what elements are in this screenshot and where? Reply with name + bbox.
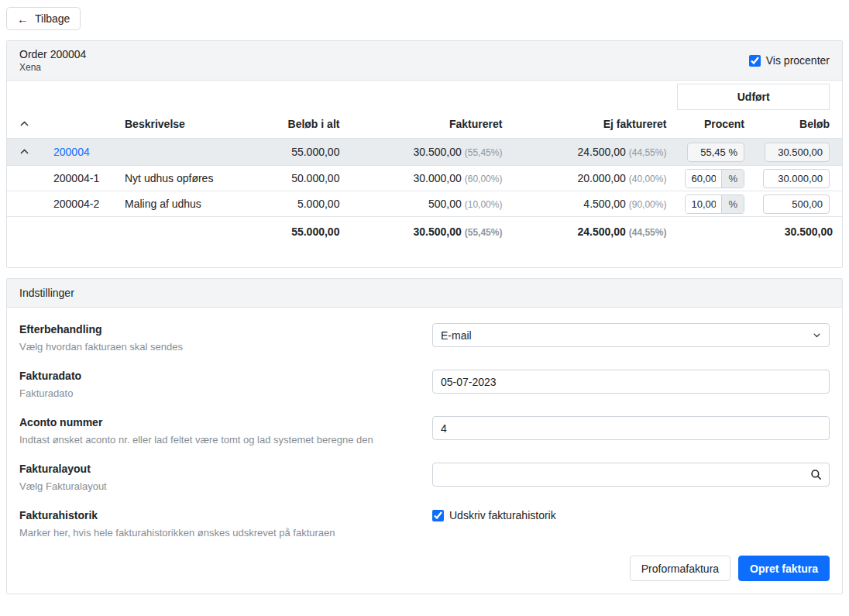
col-beskrivelse: Beskrivelse xyxy=(115,110,225,139)
order-line-row: 200004-1 Nyt udhus opføres 50.000,00 30.… xyxy=(7,166,842,191)
vis-procenter-toggle[interactable]: Vis procenter xyxy=(749,54,830,67)
order-card-header: Order 200004 Xena Vis procenter xyxy=(7,41,842,81)
line-invoiced: 500,00 xyxy=(428,198,462,210)
col-order-id xyxy=(44,110,115,139)
form-row-efterbehandling: Efterbehandling Vælg hvordan fakturaen s… xyxy=(19,323,830,353)
total-belob-i-alt: 55.000,00 xyxy=(291,225,339,238)
table-header-row: Beskrivelse Beløb i alt Faktureret Ej fa… xyxy=(7,110,842,139)
total-faktureret: 30.500,00 xyxy=(414,225,462,238)
amount-input[interactable] xyxy=(763,194,830,214)
vis-procenter-label: Vis procenter xyxy=(766,54,830,67)
group-percent-box: 55,45 % xyxy=(687,143,744,162)
fakturalayout-input[interactable] xyxy=(432,463,830,487)
vis-procenter-checkbox[interactable] xyxy=(749,55,761,67)
group-invoiced: 30.500,00 xyxy=(414,146,462,158)
col-belob-i-alt: Beløb i alt xyxy=(225,110,349,139)
chevron-down-icon xyxy=(813,329,821,342)
line-remaining-pct: (40,00%) xyxy=(629,174,667,184)
form-row-fakturahistorik: Fakturahistorik Marker her, hvis hele fa… xyxy=(19,509,830,539)
total-ej-faktureret-pct: (44,55%) xyxy=(629,227,667,238)
line-invoiced-pct: (60,00%) xyxy=(465,174,503,184)
percent-suffix: % xyxy=(721,170,744,188)
group-amount-box: 30.500,00 xyxy=(765,143,830,162)
totals-row: 55.000,00 30.500,00 (55,45%) 24.500,00 (… xyxy=(7,217,842,248)
percent-input[interactable] xyxy=(686,195,721,213)
back-button-label: Tilbage xyxy=(35,12,70,25)
efterbehandling-help: Vælg hvordan fakturaen skal sendes xyxy=(19,341,411,353)
order-group-row: 200004 55.000,00 30.500,00 (55,45%) 24.5… xyxy=(7,139,842,166)
order-card: Order 200004 Xena Vis procenter Udført xyxy=(6,40,843,268)
order-lines-table: Udført Beskrivelse Beløb i alt Fakt xyxy=(7,81,842,247)
line-total: 50.000,00 xyxy=(291,172,339,184)
group-total: 55.000,00 xyxy=(291,146,339,158)
line-remaining-pct: (90,00%) xyxy=(629,199,667,210)
percent-input-group: % xyxy=(685,169,744,188)
efterbehandling-selected-value: E-mail xyxy=(441,329,472,342)
efterbehandling-select[interactable]: E-mail xyxy=(432,323,830,347)
percent-input-group: % xyxy=(685,194,744,214)
fakturahistorik-toggle[interactable]: Udskriv fakturahistorik xyxy=(432,509,556,521)
settings-card: Indstillinger Efterbehandling Vælg hvord… xyxy=(6,278,843,594)
aconto-nummer-input[interactable] xyxy=(432,416,830,440)
order-number-link[interactable]: 200004 xyxy=(53,146,90,158)
col-ej-faktureret: Ej faktureret xyxy=(511,110,675,139)
efterbehandling-label-block: Efterbehandling Vælg hvordan fakturaen s… xyxy=(19,323,432,353)
line-invoiced: 30.000,00 xyxy=(414,172,462,184)
fakturahistorik-label: Fakturahistorik xyxy=(19,509,411,521)
fakturahistorik-help: Marker her, hvis hele fakturahistorikken… xyxy=(19,527,411,539)
total-ej-faktureret: 24.500,00 xyxy=(578,225,626,238)
order-card-titles: Order 200004 Xena xyxy=(19,48,86,73)
order-subtitle: Xena xyxy=(19,62,86,73)
fakturadato-input[interactable] xyxy=(432,370,830,394)
fakturalayout-help: Vælg Fakturalayout xyxy=(19,480,411,492)
total-belob: 30.500,00 xyxy=(785,225,833,238)
settings-title: Indstillinger xyxy=(19,287,74,299)
search-icon[interactable] xyxy=(810,469,822,480)
group-description xyxy=(115,139,225,166)
page: ← Tilbage Order 200004 Xena Vis procente… xyxy=(0,0,849,601)
percent-suffix: % xyxy=(721,195,744,213)
settings-card-header: Indstillinger xyxy=(7,279,842,308)
order-title: Order 200004 xyxy=(19,48,86,60)
aconto-label-block: Aconto nummer Indtast ønsket aconto nr. … xyxy=(19,416,432,446)
chevron-up-icon xyxy=(19,119,29,131)
col-faktureret: Faktureret xyxy=(349,110,511,139)
line-invoiced-pct: (10,00%) xyxy=(465,199,503,210)
amount-input[interactable] xyxy=(763,169,830,188)
group-invoiced-pct: (55,45%) xyxy=(465,147,503,158)
total-faktureret-pct: (55,45%) xyxy=(465,227,503,238)
fakturalayout-label: Fakturalayout xyxy=(19,463,411,475)
group-remaining: 24.500,00 xyxy=(578,146,626,158)
proformafaktura-button[interactable]: Proformafaktura xyxy=(630,556,730,581)
fakturadato-label-block: Fakturadato Fakturadato xyxy=(19,370,432,399)
line-remaining: 4.500,00 xyxy=(583,198,626,210)
fakturalayout-label-block: Fakturalayout Vælg Fakturalayout xyxy=(19,463,432,492)
group-remaining-pct: (44,55%) xyxy=(629,147,667,158)
chevron-up-icon xyxy=(19,147,29,159)
col-belob: Beløb xyxy=(754,110,842,139)
line-total: 5.000,00 xyxy=(297,198,340,210)
percent-input[interactable] xyxy=(686,170,721,188)
col-procent: Procent xyxy=(675,110,754,139)
udfort-header-row: Udført xyxy=(7,81,842,110)
fakturalayout-search-field xyxy=(432,463,830,487)
fakturadato-help: Fakturadato xyxy=(19,387,411,399)
fakturahistorik-checkbox[interactable] xyxy=(432,510,444,521)
card-bottom-spacer xyxy=(7,247,842,267)
settings-form: Efterbehandling Vælg hvordan fakturaen s… xyxy=(7,308,842,594)
efterbehandling-label: Efterbehandling xyxy=(19,323,411,336)
collapse-group-button[interactable] xyxy=(16,145,33,158)
form-actions: Proformafaktura Opret faktura xyxy=(19,556,830,581)
line-remaining: 20.000,00 xyxy=(578,172,626,184)
opret-faktura-button[interactable]: Opret faktura xyxy=(738,556,830,581)
form-row-fakturadato: Fakturadato Fakturadato xyxy=(19,370,830,399)
aconto-help: Indtast ønsket aconto nr. eller lad felt… xyxy=(19,434,411,446)
collapse-all-button[interactable] xyxy=(16,117,33,130)
back-button[interactable]: ← Tilbage xyxy=(6,7,81,30)
udfort-group-header: Udført xyxy=(677,84,830,110)
back-arrow-icon: ← xyxy=(17,13,29,25)
form-row-aconto: Aconto nummer Indtast ønsket aconto nr. … xyxy=(19,416,830,446)
line-description: Maling af udhus xyxy=(115,191,225,217)
line-id: 200004-1 xyxy=(44,166,115,191)
form-row-fakturalayout: Fakturalayout Vælg Fakturalayout xyxy=(19,463,830,492)
